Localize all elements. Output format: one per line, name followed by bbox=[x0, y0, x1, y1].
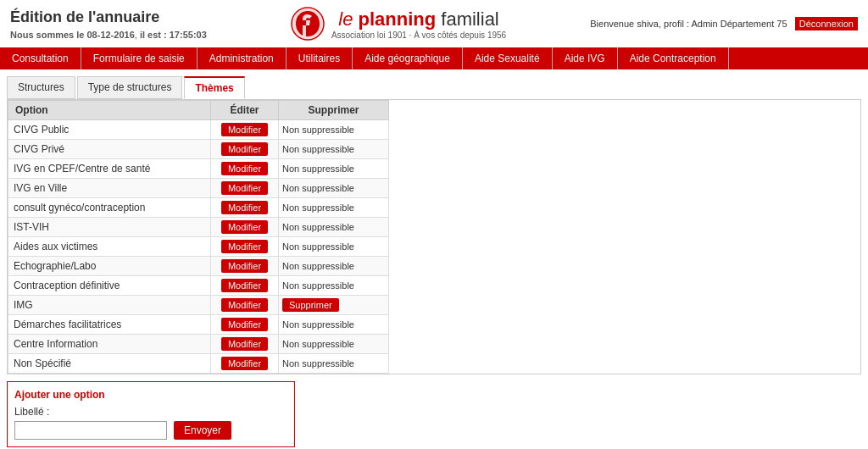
option-cell: Echographie/Labo bbox=[8, 257, 211, 276]
delete-cell: Non suppressible bbox=[279, 237, 389, 257]
non-suppressible-label: Non suppressible bbox=[282, 202, 354, 213]
tab-type-structures[interactable]: Type de structures bbox=[77, 76, 183, 99]
modifier-button[interactable]: Modifier bbox=[221, 298, 268, 312]
edit-cell: Modifier bbox=[211, 159, 279, 179]
non-suppressible-label: Non suppressible bbox=[282, 280, 354, 291]
tabs-container: Structures Type de structures Thèmes bbox=[0, 69, 868, 99]
page-title: Édition de l'annuaire bbox=[10, 8, 207, 26]
options-table: Option Éditer Supprimer CIVG PublicModif… bbox=[8, 100, 389, 374]
modifier-button[interactable]: Modifier bbox=[221, 259, 268, 273]
nav-formulaire[interactable]: Formulaire de saisie bbox=[81, 47, 198, 69]
delete-cell: Non suppressible bbox=[279, 179, 389, 198]
option-cell: CIVG Public bbox=[8, 120, 211, 140]
nav: Consultation Formulaire de saisie Admini… bbox=[0, 47, 868, 69]
delete-cell: Non suppressible bbox=[279, 159, 389, 179]
modifier-button[interactable]: Modifier bbox=[221, 201, 268, 214]
date-label: Nous sommes le bbox=[10, 30, 84, 40]
modifier-button[interactable]: Modifier bbox=[221, 123, 268, 136]
date-line: Nous sommes le 08-12-2016, il est : 17:5… bbox=[10, 30, 207, 40]
option-cell: Non Spécifié bbox=[8, 354, 211, 374]
modifier-button[interactable]: Modifier bbox=[221, 162, 268, 175]
edit-cell: Modifier bbox=[211, 120, 279, 140]
libelle-input[interactable] bbox=[14, 421, 167, 440]
nav-aide-sexualite[interactable]: Aide Sexualité bbox=[463, 47, 553, 69]
nav-consultation[interactable]: Consultation bbox=[0, 47, 81, 69]
modifier-button[interactable]: Modifier bbox=[221, 279, 268, 292]
delete-cell: Non suppressible bbox=[279, 276, 389, 296]
delete-cell: Non suppressible bbox=[279, 257, 389, 276]
delete-cell: Non suppressible bbox=[279, 140, 389, 159]
tab-themes[interactable]: Thèmes bbox=[184, 76, 244, 99]
edit-cell: Modifier bbox=[211, 198, 279, 218]
edit-cell: Modifier bbox=[211, 276, 279, 296]
modifier-button[interactable]: Modifier bbox=[221, 220, 268, 234]
modifier-button[interactable]: Modifier bbox=[221, 357, 268, 370]
edit-cell: Modifier bbox=[211, 335, 279, 354]
table-row: IST-VIHModifierNon suppressible bbox=[8, 218, 389, 237]
option-cell: Contraception définitive bbox=[8, 276, 211, 296]
nav-aide-contraception[interactable]: Aide Contraception bbox=[618, 47, 729, 69]
edit-cell: Modifier bbox=[211, 140, 279, 159]
option-cell: IVG en Ville bbox=[8, 179, 211, 198]
table-row: Centre InformationModifierNon suppressib… bbox=[8, 335, 389, 354]
table-row: Non SpécifiéModifierNon suppressible bbox=[8, 354, 389, 374]
delete-cell: Non suppressible bbox=[279, 335, 389, 354]
edit-cell: Modifier bbox=[211, 315, 279, 335]
delete-cell: Supprimer bbox=[279, 296, 389, 315]
add-option-section: Ajouter une option Libellé : Envoyer bbox=[7, 381, 295, 447]
welcome-text: Bienvenue shiva, profil : Admin Départem… bbox=[590, 19, 787, 29]
non-suppressible-label: Non suppressible bbox=[282, 241, 354, 252]
edit-cell: Modifier bbox=[211, 237, 279, 257]
nav-aide-ivg[interactable]: Aide IVG bbox=[553, 47, 618, 69]
nav-administration[interactable]: Administration bbox=[198, 47, 287, 69]
libelle-label: Libellé : bbox=[14, 406, 287, 418]
option-cell: Centre Information bbox=[8, 335, 211, 354]
add-option-legend: Ajouter une option bbox=[14, 389, 287, 401]
delete-cell: Non suppressible bbox=[279, 354, 389, 374]
non-suppressible-label: Non suppressible bbox=[282, 319, 354, 330]
option-cell: consult gynéco/contraception bbox=[8, 198, 211, 218]
modifier-button[interactable]: Modifier bbox=[221, 142, 268, 156]
option-cell: IST-VIH bbox=[8, 218, 211, 237]
content-box: Option Éditer Supprimer CIVG PublicModif… bbox=[7, 99, 861, 374]
option-cell: IVG en CPEF/Centre de santé bbox=[8, 159, 211, 179]
time-label: il est : bbox=[140, 30, 167, 40]
nav-aide-geo[interactable]: Aide géographique bbox=[353, 47, 463, 69]
envoyer-button[interactable]: Envoyer bbox=[174, 421, 231, 440]
modifier-button[interactable]: Modifier bbox=[221, 318, 268, 331]
header-left: Édition de l'annuaire Nous sommes le 08-… bbox=[10, 8, 207, 40]
table-row: CIVG PublicModifierNon suppressible bbox=[8, 120, 389, 140]
modifier-button[interactable]: Modifier bbox=[221, 181, 268, 195]
time-value: 17:55:03 bbox=[170, 30, 207, 40]
delete-cell: Non suppressible bbox=[279, 315, 389, 335]
logo-sub: Association loi 1901 · À vos côtés depui… bbox=[331, 30, 506, 40]
option-cell: Aides aux victimes bbox=[8, 237, 211, 257]
logo-icon bbox=[291, 7, 325, 41]
nav-utilitaires[interactable]: Utilitaires bbox=[287, 47, 353, 69]
non-suppressible-label: Non suppressible bbox=[282, 183, 354, 193]
logo-text: le planning familial bbox=[331, 8, 506, 30]
table-row: CIVG PrivéModifierNon suppressible bbox=[8, 140, 389, 159]
non-suppressible-label: Non suppressible bbox=[282, 358, 354, 369]
edit-cell: Modifier bbox=[211, 296, 279, 315]
logo-planning: planning bbox=[359, 8, 437, 30]
option-cell: CIVG Privé bbox=[8, 140, 211, 159]
delete-cell: Non suppressible bbox=[279, 198, 389, 218]
table-row: IVG en CPEF/Centre de santéModifierNon s… bbox=[8, 159, 389, 179]
delete-cell: Non suppressible bbox=[279, 120, 389, 140]
non-suppressible-label: Non suppressible bbox=[282, 144, 354, 154]
deconnexion-link[interactable]: Déconnexion bbox=[795, 17, 858, 30]
edit-cell: Modifier bbox=[211, 257, 279, 276]
edit-cell: Modifier bbox=[211, 179, 279, 198]
supprimer-button[interactable]: Supprimer bbox=[282, 298, 339, 312]
table-row: IMGModifierSupprimer bbox=[8, 296, 389, 315]
edit-cell: Modifier bbox=[211, 354, 279, 374]
delete-cell: Non suppressible bbox=[279, 218, 389, 237]
modifier-button[interactable]: Modifier bbox=[221, 240, 268, 253]
table-row: IVG en VilleModifierNon suppressible bbox=[8, 179, 389, 198]
table-row: Aides aux victimesModifierNon suppressib… bbox=[8, 237, 389, 257]
tab-structures[interactable]: Structures bbox=[7, 76, 75, 99]
non-suppressible-label: Non suppressible bbox=[282, 164, 354, 174]
modifier-button[interactable]: Modifier bbox=[221, 337, 268, 351]
logo-container: le planning familial Association loi 190… bbox=[291, 7, 506, 41]
